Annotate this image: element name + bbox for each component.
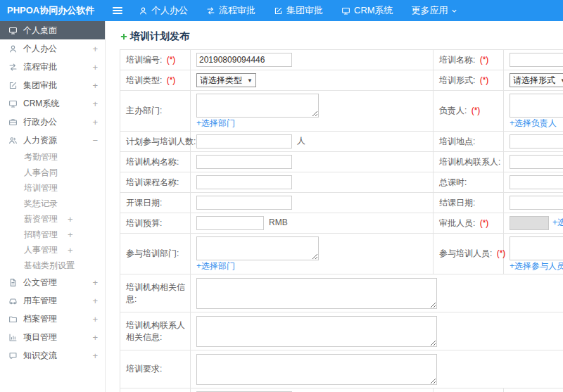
sidebar-item-project-management[interactable]: 项目管理+	[0, 328, 105, 346]
end-date-input[interactable]	[510, 196, 563, 210]
participating-people-field-cell: +选择参与人员	[504, 234, 563, 274]
expand-toggle-icon[interactable]: +	[92, 44, 98, 54]
training-org-name-label: 培训机构名称:	[126, 157, 179, 167]
training-org-name-input[interactable]	[196, 155, 292, 169]
topnav-personal-office[interactable]: 个人办公	[129, 0, 197, 21]
form-row: 培训编号: (*)培训名称: (*)	[120, 50, 563, 70]
sidebar-item-group-approval[interactable]: 集团审批+	[0, 76, 105, 94]
topnav-label: CRM系统	[354, 4, 393, 17]
training-location-input[interactable]	[510, 134, 563, 148]
participating-people-textarea[interactable]	[510, 236, 563, 260]
training-course-name-label: 培训课程名称:	[126, 177, 179, 187]
training-course-name-input[interactable]	[196, 175, 292, 189]
approver-label-cell: 审批人员: (*)	[434, 213, 504, 234]
sidebar-item-process-approval[interactable]: 流程审批+	[0, 58, 105, 76]
training-name-input[interactable]	[510, 53, 563, 67]
main-content: 培训计划发布 培训编号: (*)培训名称: (*)培训类型: (*)请选择类型▼…	[106, 21, 563, 392]
sidebar-subitem-basic-category-settings[interactable]: 基础类别设置	[0, 258, 105, 273]
training-plan-form: 培训编号: (*)培训名称: (*)培训类型: (*)请选择类型▼培训形式: (…	[120, 49, 563, 392]
training-type-select[interactable]: 请选择类型▼	[196, 73, 256, 87]
sidebar-subitem-attendance-management[interactable]: 考勤管理	[0, 149, 105, 165]
sidebar-subitem-label: 奖惩记录	[24, 198, 58, 210]
expand-toggle-icon[interactable]: +	[92, 314, 98, 324]
host-department-textarea[interactable]	[196, 94, 319, 118]
approver-input[interactable]	[510, 216, 549, 230]
sidebar-item-label: 行政办公	[23, 116, 92, 128]
approver-picker-link[interactable]: +选择审批人员	[552, 217, 563, 227]
topbar: PHPOA协同办公软件 个人办公流程审批集团审批CRM系统更多应用	[0, 0, 563, 21]
training-location-label-cell: 培训地点:	[434, 132, 504, 152]
expand-toggle-icon[interactable]: +	[92, 117, 98, 127]
app-logo: PHPOA协同办公软件	[0, 4, 106, 17]
sidebar-item-document-management[interactable]: 公文管理+	[0, 273, 105, 291]
page-title-row: 培训计划发布	[106, 21, 563, 49]
end-date-label: 结课日期:	[439, 198, 475, 208]
sidebar-item-knowledge-exchange[interactable]: 知识交流+	[0, 346, 105, 365]
sidebar-item-human-resources[interactable]: 人力资源−	[0, 131, 105, 149]
total-class-hours-field-cell	[504, 172, 563, 193]
expand-toggle-icon[interactable]: +	[68, 229, 73, 240]
training-number-input[interactable]	[196, 53, 292, 67]
sidebar-item-archive-management[interactable]: 档案管理+	[0, 310, 105, 328]
expand-toggle-icon[interactable]: +	[92, 350, 98, 361]
person-in-charge-picker-link[interactable]: +选择负责人	[510, 118, 557, 128]
empty-cell	[504, 388, 563, 392]
participating-departments-textarea[interactable]	[196, 236, 319, 260]
topnav-label: 集团审批	[286, 4, 323, 17]
expand-toggle-icon[interactable]: +	[92, 80, 98, 91]
participating-departments-picker-link[interactable]: +选择部门	[196, 261, 235, 271]
start-date-label: 开课日期:	[126, 198, 162, 208]
expand-toggle-icon[interactable]: +	[92, 99, 98, 109]
sidebar-item-personal-office[interactable]: 个人办公+	[0, 39, 105, 58]
sidebar-item-personal-desktop[interactable]: 个人桌面	[0, 21, 105, 39]
sidebar-subitem-reward-punishment-records[interactable]: 奖惩记录	[0, 196, 105, 211]
training-org-contact-input[interactable]	[510, 155, 563, 169]
form-row: 开课日期:结课日期:	[120, 193, 563, 213]
sidebar-subitem-personnel-management[interactable]: 人事管理+	[0, 242, 105, 258]
sidebar-item-vehicle-management[interactable]: 用车管理+	[0, 291, 105, 310]
expand-toggle-icon[interactable]: +	[92, 296, 98, 306]
approver-label: 审批人员:	[439, 218, 475, 228]
training-requirements-textarea[interactable]	[196, 354, 437, 385]
training-location-label: 培训地点:	[439, 137, 475, 146]
host-department-label: 主办部门:	[126, 106, 162, 115]
expand-toggle-icon[interactable]: +	[92, 332, 98, 343]
expand-toggle-icon[interactable]: +	[68, 245, 73, 255]
training-org-contact-info-field-cell	[191, 312, 563, 350]
training-course-name-label-cell: 培训课程名称:	[120, 172, 191, 193]
expand-toggle-icon[interactable]: −	[92, 135, 98, 146]
expand-toggle-icon[interactable]: +	[92, 277, 98, 288]
hamburger-menu-icon[interactable]	[106, 0, 129, 21]
participating-departments-field-cell: +选择部门	[191, 234, 434, 274]
sidebar-subitem-label: 考勤管理	[24, 151, 58, 163]
sidebar-item-crm-system[interactable]: CRM系统+	[0, 94, 105, 113]
page-title: 培训计划发布	[130, 30, 189, 43]
sidebar-subitem-label: 培训管理	[24, 182, 58, 194]
sidebar-item-administrative-office[interactable]: 行政办公+	[0, 113, 105, 131]
training-requirements-field-cell	[191, 350, 563, 388]
sidebar-subitem-training-management[interactable]: 培训管理	[0, 180, 105, 196]
topnav-group-approval[interactable]: 集团审批	[265, 0, 332, 21]
host-department-picker-link[interactable]: +选择部门	[196, 118, 235, 128]
sidebar-subitem-recruitment-management[interactable]: 招聘管理+	[0, 227, 105, 242]
training-budget-input[interactable]	[196, 216, 264, 230]
training-org-contact-info-textarea[interactable]	[196, 316, 437, 347]
participating-people-picker-link[interactable]: +选择参与人员	[510, 261, 563, 271]
training-course-name-field-cell	[191, 172, 434, 193]
sidebar-subitem-salary-management[interactable]: 薪资管理+	[0, 211, 105, 227]
training-org-info-textarea[interactable]	[196, 278, 437, 309]
total-class-hours-input[interactable]	[510, 175, 563, 189]
end-date-field-cell	[504, 193, 563, 213]
sidebar-subitem-personnel-contract[interactable]: 人事合同	[0, 165, 105, 180]
expand-toggle-icon[interactable]: +	[92, 62, 98, 72]
expand-toggle-icon[interactable]: +	[68, 214, 73, 225]
planned-participants-label: 计划参与培训人数:	[126, 137, 196, 146]
start-date-label-cell: 开课日期:	[120, 193, 191, 213]
topnav-process-approval[interactable]: 流程审批	[197, 0, 265, 21]
training-form-select[interactable]: 请选择形式▼	[510, 73, 563, 87]
topnav-crm-system[interactable]: CRM系统	[332, 0, 403, 21]
planned-participants-input[interactable]	[196, 134, 292, 148]
person-in-charge-textarea[interactable]	[510, 94, 563, 118]
topnav-more-apps[interactable]: 更多应用	[403, 0, 471, 21]
start-date-input[interactable]	[196, 196, 292, 210]
